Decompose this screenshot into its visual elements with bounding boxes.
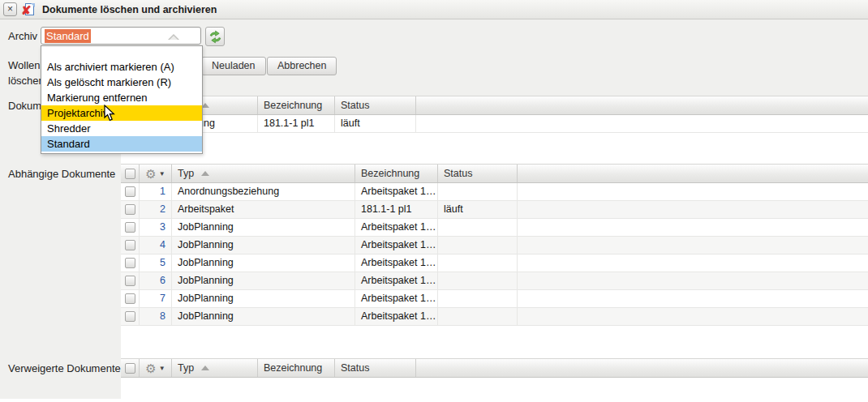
row-checkbox[interactable] [121,254,140,272]
column-header-typ[interactable]: Typ [172,165,355,182]
refresh-button[interactable] [205,27,225,46]
grid-header: ⚙ ▼ Typ Bezeichnung Status [121,96,868,115]
row-checkbox[interactable] [121,272,140,289]
checkbox-icon [125,363,135,374]
cancel-button[interactable]: Abbrechen [267,57,337,75]
close-button[interactable]: × [3,2,17,16]
column-header-typ[interactable]: Typ [172,359,258,377]
section-label-verweigerte-dokumente: Verweigerte Dokumente [8,362,121,374]
delete-document-icon: ✘ [23,2,37,17]
table-row[interactable]: 5JobPlanningArbeitspaket 1… [121,254,868,272]
table-row[interactable]: 4JobPlanningArbeitspaket 1… [121,237,868,254]
gear-menu-button[interactable]: ⚙ ▼ [140,165,172,182]
checkbox-icon [125,258,135,268]
status-cell [438,219,518,236]
column-header-bezeichnung[interactable]: Bezeichnung [355,165,438,182]
row-checkbox[interactable] [121,308,140,325]
status-cell [438,237,518,254]
bezeichnung-cell: 181.1-1 pl1 [355,201,438,218]
window-titlebar: × ✘ Dokumente löschen und archivieren [0,0,868,19]
typ-cell: JobPlanning [172,254,355,272]
row-checkbox[interactable] [121,183,140,200]
dropdown-item-als-geloescht[interactable]: Als gelöscht markieren (R) [41,75,202,90]
checkbox-icon [125,204,135,215]
row-checkbox[interactable] [121,290,140,307]
table-row[interactable]: 3JobPlanningArbeitspaket 1… [121,219,868,237]
bezeichnung-cell: Arbeitspaket 1… [355,237,438,254]
row-number-cell: 1 [140,183,172,200]
header-filler [416,359,868,377]
row-number-cell: 2 [140,201,172,218]
row-number-cell: 5 [140,254,172,272]
checkbox-icon [125,293,135,304]
column-header-status[interactable]: Status [335,96,416,114]
status-cell [438,308,518,325]
bezeichnung-cell: Arbeitspaket 1… [355,272,438,289]
grid-header: ⚙ ▼ Typ Bezeichnung Status [121,164,868,183]
typ-cell: Arbeitspaket [172,201,355,218]
dropdown-item-standard[interactable]: Standard [41,136,202,152]
header-filler [416,96,868,114]
dropdown-item-markierung-entfernen[interactable]: Markierung entfernen [41,90,202,105]
bezeichnung-cell: Arbeitspaket 1… [355,219,438,236]
column-header-status[interactable]: Status [438,165,518,182]
table-row[interactable]: Planung 181.1-1 pl1 läuft [121,115,868,133]
row-number-cell: 7 [140,290,172,307]
row-checkbox[interactable] [121,201,140,218]
gear-menu-button[interactable]: ⚙ ▼ [140,359,172,377]
table-row[interactable]: 2Arbeitspaket181.1-1 pl1läuft [121,201,868,219]
column-header-label: Typ [178,168,194,179]
row-number-cell: 4 [140,237,172,254]
archiv-label: Archiv [8,30,37,42]
row-checkbox[interactable] [121,219,140,236]
table-row[interactable]: 1AnordnungsbeziehungArbeitspaket 1… [121,183,868,201]
sort-ascending-icon [201,171,209,176]
grid-header: ⚙ ▼ Typ Bezeichnung Status [121,358,868,378]
checkbox-icon [125,276,135,286]
select-all-checkbox[interactable] [121,359,140,377]
bezeichnung-cell: 181.1-1 pl1 [258,115,335,132]
typ-cell: JobPlanning [172,219,355,236]
row-number-cell: 6 [140,272,172,289]
status-cell [438,183,518,200]
status-cell: läuft [438,201,518,218]
archiv-dropdown-list: Als archiviert markieren (A) Als gelösch… [41,45,203,154]
table-row[interactable]: 8JobPlanningArbeitspaket 1… [121,308,868,326]
column-header-bezeichnung[interactable]: Bezeichnung [258,96,335,114]
red-x-glyph: ✘ [21,3,32,18]
status-cell: läuft [335,115,416,132]
header-filler [518,165,868,182]
abhaengige-dokumente-grid: ⚙ ▼ Typ Bezeichnung Status 1Anordnungsbe… [121,164,868,326]
table-row[interactable]: 7JobPlanningArbeitspaket 1… [121,290,868,308]
checkbox-icon [125,311,135,322]
dropdown-item-als-archiviert[interactable]: Als archiviert markieren (A) [41,59,202,75]
bezeichnung-cell: Arbeitspaket 1… [355,183,438,200]
archiv-combobox[interactable]: Standard [41,27,201,45]
archiv-value-selected-text: Standard [45,29,91,43]
question-line-1: Wollen [8,59,41,71]
section-label-abhaengige-dokumente: Abhängige Dokumente [8,168,115,180]
verweigerte-dokumente-grid: ⚙ ▼ Typ Bezeichnung Status [121,358,868,378]
checkbox-icon [125,169,135,179]
table-row[interactable]: 6JobPlanningArbeitspaket 1… [121,272,868,290]
dropdown-item-shredder[interactable]: Shredder [41,121,202,136]
bezeichnung-cell: Arbeitspaket 1… [355,254,438,272]
reload-button[interactable]: Neuladen [201,57,266,75]
typ-cell: Anordnungsbeziehung [172,183,355,200]
refresh-icon [208,30,222,44]
column-header-bezeichnung[interactable]: Bezeichnung [258,359,335,377]
sort-ascending-icon [201,366,209,370]
column-header-status[interactable]: Status [335,359,416,377]
bezeichnung-cell: Arbeitspaket 1… [355,290,438,307]
bezeichnung-cell: Arbeitspaket 1… [355,308,438,325]
window-title: Dokumente löschen und archivieren [42,0,217,19]
checkbox-icon [125,186,135,197]
checkbox-icon [125,222,135,233]
select-all-checkbox[interactable] [121,165,140,182]
row-number-cell: 3 [140,219,172,236]
dropdown-item-projektarchiv[interactable]: Projektarchiv [41,105,202,121]
typ-cell: JobPlanning [172,237,355,254]
row-checkbox[interactable] [121,237,140,254]
status-cell [438,290,518,307]
combo-collapse-arrow-icon[interactable] [168,34,179,40]
